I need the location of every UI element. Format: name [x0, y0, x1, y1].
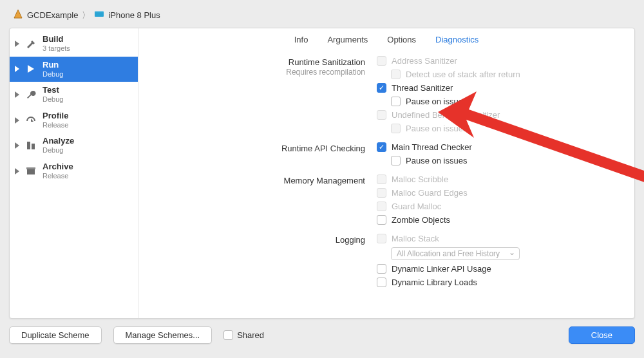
sidebar-item-sub: Release — [43, 172, 73, 180]
hammer-icon — [24, 37, 37, 50]
gauge-icon — [24, 114, 37, 127]
checkbox-icon — [377, 215, 386, 225]
checkbox-icon — [223, 330, 233, 340]
chk-malloc-stack[interactable]: Malloc Stack — [377, 234, 621, 243]
svg-rect-2 — [95, 11, 104, 12]
svg-marker-3 — [28, 65, 34, 73]
scheme-icon — [13, 9, 23, 21]
chk-main-thread-checker[interactable]: ✓Main Thread Checker — [377, 142, 621, 152]
chk-shared[interactable]: Shared — [223, 330, 264, 340]
tab-arguments[interactable]: Arguments — [327, 35, 368, 44]
checkbox-icon: ✓ — [377, 83, 386, 93]
sidebar-item-sub: 3 targets — [43, 44, 70, 53]
sidebar-item-archive[interactable]: ArchiveRelease — [10, 158, 138, 184]
chk-linker-api-usage[interactable]: Dynamic Linker API Usage — [377, 264, 621, 274]
disclosure-icon[interactable] — [15, 168, 19, 174]
disclosure-icon[interactable] — [15, 117, 19, 124]
section-label-api-checking: Runtime API Checking — [138, 142, 377, 153]
select-malloc-history[interactable]: All Allocation and Free History — [391, 247, 621, 260]
tab-options[interactable]: Options — [387, 35, 416, 44]
checkbox-icon — [377, 188, 386, 198]
sidebar-item-label: Build — [43, 35, 70, 44]
sidebar-item-label: Test — [43, 86, 63, 95]
chk-address-sanitizer[interactable]: Address Sanitizer — [377, 56, 621, 66]
device-name[interactable]: iPhone 8 Plus — [108, 10, 160, 20]
checkbox-icon — [377, 278, 386, 287]
sidebar-item-analyze[interactable]: AnalyzeDebug — [10, 133, 138, 158]
svg-marker-0 — [14, 10, 22, 18]
footer: Duplicate Scheme Manage Schemes... Share… — [9, 326, 635, 344]
scheme-name[interactable]: GCDExample — [27, 10, 78, 20]
chk-malloc-guard-edges[interactable]: Malloc Guard Edges — [377, 188, 621, 198]
disclosure-icon[interactable] — [15, 66, 19, 72]
archive-icon — [24, 165, 37, 178]
sidebar-item-label: Archive — [43, 162, 73, 172]
svg-rect-6 — [27, 169, 35, 174]
device-icon — [94, 10, 104, 21]
svg-rect-5 — [32, 144, 35, 149]
analyze-icon — [24, 139, 37, 152]
chk-library-loads[interactable]: Dynamic Library Loads — [377, 278, 621, 287]
close-button[interactable]: Close — [569, 326, 635, 344]
checkbox-icon: ✓ — [377, 142, 386, 152]
tab-diagnostics[interactable]: Diagnostics — [435, 35, 478, 44]
sidebar-item-sub: Release — [43, 121, 68, 129]
sidebar-item-build[interactable]: Build3 targets — [10, 31, 138, 57]
chk-ub-sanitizer[interactable]: Undefined Behavior Sanitizer — [377, 110, 621, 120]
scheme-editor-panel: Build3 targets RunDebug TestDebug Profil… — [9, 28, 635, 319]
svg-rect-7 — [26, 167, 35, 169]
chk-thread-pause[interactable]: Pause on issues — [391, 97, 621, 106]
disclosure-icon[interactable] — [15, 41, 19, 47]
diagnostics-content: Runtime Sanitization Requires recompilat… — [138, 50, 634, 318]
section-label-memory: Memory Management — [138, 174, 377, 185]
sidebar-item-label: Analyze — [43, 137, 74, 146]
svg-rect-4 — [27, 142, 30, 149]
chevron-right-icon: 〉 — [82, 10, 90, 21]
duplicate-scheme-button[interactable]: Duplicate Scheme — [9, 326, 102, 344]
tabs: Info Arguments Options Diagnostics — [138, 28, 634, 50]
chk-guard-malloc[interactable]: Guard Malloc — [377, 202, 621, 211]
chk-stack-after-return: Detect use of stack after return — [391, 70, 621, 79]
section-label-logging: Logging — [138, 234, 377, 245]
main-area: Info Arguments Options Diagnostics Runti… — [138, 28, 634, 318]
section-label-runtime-sanitization: Runtime Sanitization Requires recompilat… — [138, 56, 377, 77]
sidebar-item-sub: Debug — [43, 95, 63, 104]
sidebar-item-sub: Debug — [43, 70, 63, 79]
sidebar: Build3 targets RunDebug TestDebug Profil… — [10, 28, 138, 318]
wrench-icon — [24, 88, 37, 101]
sidebar-item-label: Run — [43, 61, 63, 70]
checkbox-icon — [377, 56, 386, 66]
sidebar-item-sub: Debug — [43, 146, 74, 155]
sidebar-item-run[interactable]: RunDebug — [10, 57, 138, 82]
chk-api-pause[interactable]: Pause on issues — [391, 156, 621, 165]
manage-schemes-button[interactable]: Manage Schemes... — [113, 326, 213, 344]
chk-ub-pause: Pause on issues — [391, 124, 621, 133]
disclosure-icon[interactable] — [15, 142, 19, 149]
disclosure-icon[interactable] — [15, 91, 19, 98]
sidebar-item-profile[interactable]: ProfileRelease — [10, 108, 138, 133]
chk-thread-sanitizer[interactable]: ✓Thread Sanitizer — [377, 83, 621, 93]
sidebar-item-label: Profile — [43, 111, 68, 121]
play-icon — [24, 62, 37, 75]
checkbox-icon — [377, 202, 386, 211]
chk-zombie-objects[interactable]: Zombie Objects — [377, 215, 621, 225]
checkbox-icon — [377, 174, 386, 184]
checkbox-icon — [377, 264, 386, 274]
checkbox-icon — [377, 234, 386, 243]
breadcrumb: GCDExample 〉 iPhone 8 Plus — [13, 9, 635, 21]
tab-info[interactable]: Info — [294, 35, 308, 44]
checkbox-icon — [377, 110, 386, 120]
chk-malloc-scribble[interactable]: Malloc Scribble — [377, 174, 621, 184]
checkbox-icon — [391, 124, 401, 133]
checkbox-icon — [391, 97, 401, 106]
sidebar-item-test[interactable]: TestDebug — [10, 82, 138, 108]
checkbox-icon — [391, 156, 401, 165]
checkbox-icon — [391, 70, 401, 79]
